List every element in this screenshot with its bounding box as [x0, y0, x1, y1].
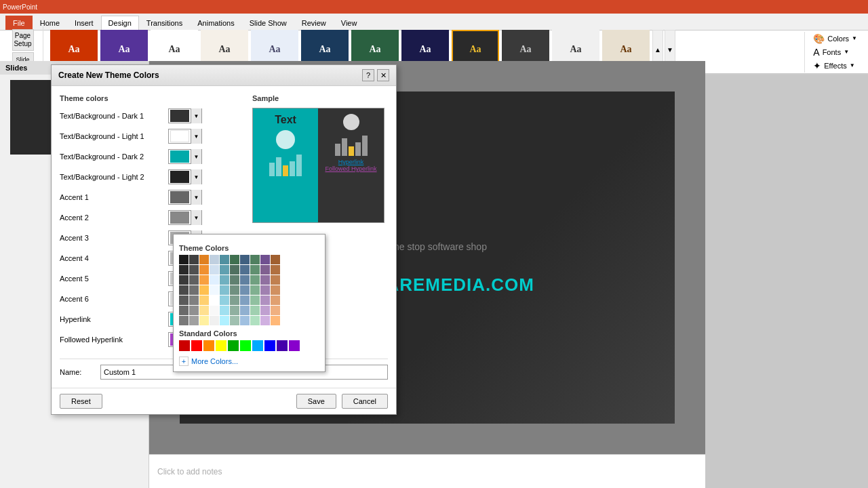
more-colors-button[interactable]: + More Colors...	[179, 357, 319, 366]
theme-color-cell-0-8[interactable]	[260, 255, 270, 264]
theme-color-cell-1-9[interactable]	[271, 265, 280, 274]
dark1-dropdown[interactable]: ▼	[191, 108, 201, 123]
theme-color-cell-1-7[interactable]	[250, 265, 260, 274]
tab-view[interactable]: View	[334, 16, 365, 30]
theme-color-cell-6-2[interactable]	[199, 316, 209, 325]
theme-color-cell-5-1[interactable]	[189, 306, 199, 315]
theme-color-cell-1-6[interactable]	[240, 265, 250, 274]
theme-color-cell-5-9[interactable]	[271, 306, 280, 315]
theme-color-cell-0-2[interactable]	[199, 255, 209, 264]
colors-button[interactable]: 🎨 Colors ▼	[809, 32, 861, 45]
theme-color-cell-6-8[interactable]	[260, 316, 270, 325]
theme-color-cell-4-9[interactable]	[271, 296, 280, 305]
theme-color-cell-5-8[interactable]	[260, 306, 270, 315]
theme-color-cell-5-4[interactable]	[220, 306, 229, 315]
tab-slideshow[interactable]: Slide Show	[242, 16, 294, 30]
dialog-close-button[interactable]: ✕	[377, 69, 389, 81]
save-button[interactable]: Save	[296, 394, 336, 409]
theme-color-cell-1-1[interactable]	[189, 265, 199, 274]
theme-color-cell-5-7[interactable]	[250, 306, 260, 315]
theme-color-cell-2-7[interactable]	[250, 275, 260, 285]
theme-color-cell-6-7[interactable]	[250, 316, 260, 325]
tab-transitions[interactable]: Transitions	[139, 16, 190, 30]
light1-dropdown[interactable]: ▼	[191, 129, 201, 144]
standard-color-9[interactable]	[289, 340, 300, 351]
theme-color-cell-2-4[interactable]	[220, 275, 229, 285]
standard-color-1[interactable]	[191, 340, 202, 351]
light2-dropdown[interactable]: ▼	[191, 169, 201, 184]
theme-color-cell-5-0[interactable]	[179, 306, 189, 315]
theme-color-cell-3-0[interactable]	[179, 285, 189, 295]
theme-color-cell-1-5[interactable]	[230, 265, 239, 274]
standard-color-4[interactable]	[228, 340, 239, 351]
theme-color-cell-0-9[interactable]	[271, 255, 280, 264]
theme-color-cell-6-3[interactable]	[210, 316, 219, 325]
tab-insert[interactable]: Insert	[67, 16, 101, 30]
theme-color-cell-2-3[interactable]	[210, 275, 219, 285]
effects-button[interactable]: ✦ Effects ▼	[809, 59, 861, 73]
accent2-dropdown[interactable]: ▼	[191, 210, 201, 225]
theme-color-cell-1-8[interactable]	[260, 265, 270, 274]
cancel-button[interactable]: Cancel	[342, 394, 388, 409]
theme-color-cell-2-9[interactable]	[271, 275, 280, 285]
standard-color-8[interactable]	[277, 340, 288, 351]
theme-color-cell-4-3[interactable]	[210, 296, 219, 305]
theme-color-cell-5-5[interactable]	[230, 306, 239, 315]
theme-color-cell-3-6[interactable]	[240, 285, 250, 295]
theme-color-cell-3-5[interactable]	[230, 285, 239, 295]
accent1-swatch-button[interactable]: ▼	[168, 190, 202, 205]
standard-color-0[interactable]	[179, 340, 190, 351]
theme-color-cell-0-7[interactable]	[250, 255, 260, 264]
standard-color-7[interactable]	[264, 340, 275, 351]
theme-color-cell-1-0[interactable]	[179, 265, 189, 274]
theme-color-cell-2-2[interactable]	[199, 275, 209, 285]
theme-color-cell-4-7[interactable]	[250, 296, 260, 305]
theme-color-cell-3-3[interactable]	[210, 285, 219, 295]
theme-color-cell-0-6[interactable]	[240, 255, 250, 264]
theme-color-cell-6-9[interactable]	[271, 316, 280, 325]
theme-color-cell-3-7[interactable]	[250, 285, 260, 295]
theme-color-cell-0-4[interactable]	[220, 255, 229, 264]
theme-color-cell-4-6[interactable]	[240, 296, 250, 305]
light1-swatch-button[interactable]: ▼	[168, 129, 202, 144]
theme-color-cell-4-8[interactable]	[260, 296, 270, 305]
dark1-swatch-button[interactable]: ▼	[168, 108, 202, 123]
theme-color-cell-0-5[interactable]	[230, 255, 239, 264]
theme-color-cell-4-1[interactable]	[189, 296, 199, 305]
reset-button[interactable]: Reset	[60, 394, 102, 409]
theme-color-cell-5-6[interactable]	[240, 306, 250, 315]
accent1-dropdown[interactable]: ▼	[191, 190, 201, 205]
tab-design[interactable]: Design	[101, 16, 139, 30]
tab-animations[interactable]: Animations	[190, 16, 241, 30]
light2-swatch-button[interactable]: ▼	[168, 169, 202, 184]
theme-color-cell-3-4[interactable]	[220, 285, 229, 295]
theme-color-cell-0-0[interactable]	[179, 255, 189, 264]
theme-color-cell-3-9[interactable]	[271, 285, 280, 295]
theme-color-cell-0-3[interactable]	[210, 255, 219, 264]
theme-color-cell-6-6[interactable]	[240, 316, 250, 325]
theme-color-cell-5-3[interactable]	[210, 306, 219, 315]
theme-color-cell-6-4[interactable]	[220, 316, 229, 325]
page-setup-icon[interactable]: PageSetup	[12, 29, 34, 51]
theme-color-cell-6-0[interactable]	[179, 316, 189, 325]
tab-review[interactable]: Review	[294, 16, 334, 30]
dark2-dropdown[interactable]: ▼	[191, 149, 201, 164]
standard-color-6[interactable]	[252, 340, 263, 351]
theme-color-cell-0-1[interactable]	[189, 255, 199, 264]
standard-color-2[interactable]	[203, 340, 214, 351]
theme-color-cell-4-0[interactable]	[179, 296, 189, 305]
theme-color-cell-3-2[interactable]	[199, 285, 209, 295]
theme-color-cell-6-1[interactable]	[189, 316, 199, 325]
theme-color-cell-1-4[interactable]	[220, 265, 229, 274]
fonts-button[interactable]: A Fonts ▼	[809, 45, 861, 59]
dialog-title-bar[interactable]: Create New Theme Colors ? ✕	[52, 65, 396, 86]
theme-color-cell-5-2[interactable]	[199, 306, 209, 315]
theme-color-cell-2-5[interactable]	[230, 275, 239, 285]
theme-color-cell-6-5[interactable]	[230, 316, 239, 325]
theme-color-cell-4-4[interactable]	[220, 296, 229, 305]
dialog-help-button[interactable]: ?	[362, 69, 374, 81]
theme-color-cell-4-2[interactable]	[199, 296, 209, 305]
dark2-swatch-button[interactable]: ▼	[168, 149, 202, 164]
standard-color-3[interactable]	[216, 340, 226, 351]
theme-color-cell-3-8[interactable]	[260, 285, 270, 295]
